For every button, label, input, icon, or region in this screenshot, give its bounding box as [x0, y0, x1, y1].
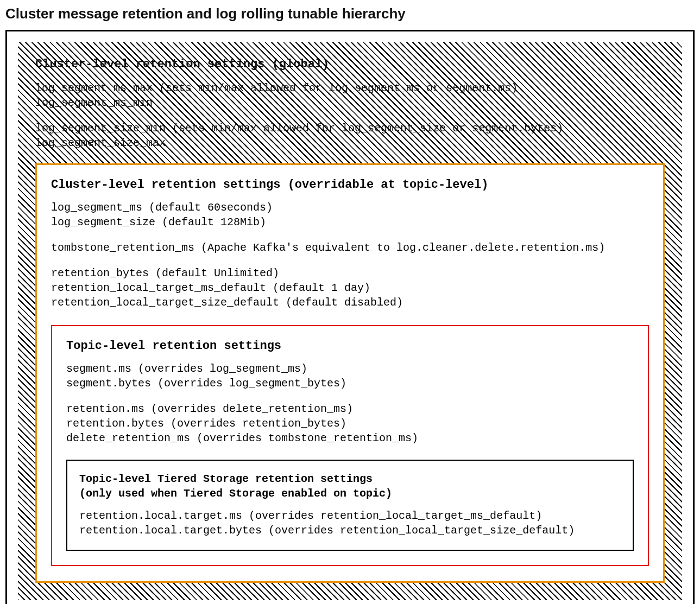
cluster-line-1: log_segment_ms (default 60seconds) [51, 200, 649, 215]
global-line-1: log_segment_ms_max (sets min/max allowed… [35, 81, 665, 96]
spacer [35, 110, 665, 121]
spacer [66, 391, 634, 402]
topic-line-4: retention.bytes (overrides retention_byt… [66, 416, 634, 431]
global-line-2: log_segment_ms_min [35, 96, 665, 110]
topic-line-1: segment.ms (overrides log_segment_ms) [66, 361, 634, 376]
tiered-line-2: retention.local.target.bytes (overrides … [79, 523, 621, 538]
tiered-storage-lines: retention.local.target.ms (overrides ret… [79, 508, 621, 538]
cluster-settings-title: Cluster-level retention settings (overri… [51, 178, 649, 192]
global-settings-title: Cluster-level retention settings (global… [35, 58, 665, 71]
cluster-line-2: log_segment_size (default 128Mib) [51, 215, 649, 230]
tiered-storage-box: Topic-level Tiered Storage retention set… [66, 460, 634, 551]
cluster-settings-box: Cluster-level retention settings (overri… [35, 163, 665, 583]
global-settings-lines: log_segment_ms_max (sets min/max allowed… [35, 81, 665, 150]
tiered-storage-title: Topic-level Tiered Storage retention set… [79, 472, 621, 501]
topic-line-2: segment.bytes (overrides log_segment_byt… [66, 376, 634, 391]
outer-frame: Cluster-level retention settings (global… [5, 30, 695, 604]
topic-line-5: delete_retention_ms (overrides tombstone… [66, 431, 634, 446]
global-line-3: log_segment_size_min (sets min/max allow… [35, 121, 665, 136]
topic-settings-box: Topic-level retention settings segment.m… [51, 325, 649, 566]
global-settings-box: Cluster-level retention settings (global… [18, 42, 682, 600]
topic-settings-lines: segment.ms (overrides log_segment_ms) se… [66, 361, 634, 446]
tiered-title-line-2: (only used when Tiered Storage enabled o… [79, 486, 621, 501]
spacer [51, 230, 649, 240]
cluster-settings-lines: log_segment_ms (default 60seconds) log_s… [51, 200, 649, 310]
spacer [51, 255, 649, 266]
cluster-line-3: tombstone_retention_ms (Apache Kafka's e… [51, 240, 649, 255]
page-title: Cluster message retention and log rollin… [5, 5, 695, 22]
global-line-4: log_segment_size_max [35, 136, 665, 150]
tiered-title-line-1: Topic-level Tiered Storage retention set… [79, 472, 621, 486]
topic-line-3: retention.ms (overrides delete_retention… [66, 402, 634, 416]
cluster-line-4: retention_bytes (default Unlimited) [51, 266, 649, 281]
topic-settings-title: Topic-level retention settings [66, 339, 634, 353]
cluster-line-6: retention_local_target_size_default (def… [51, 295, 649, 310]
cluster-line-5: retention_local_target_ms_default (defau… [51, 281, 649, 295]
tiered-line-1: retention.local.target.ms (overrides ret… [79, 508, 621, 523]
